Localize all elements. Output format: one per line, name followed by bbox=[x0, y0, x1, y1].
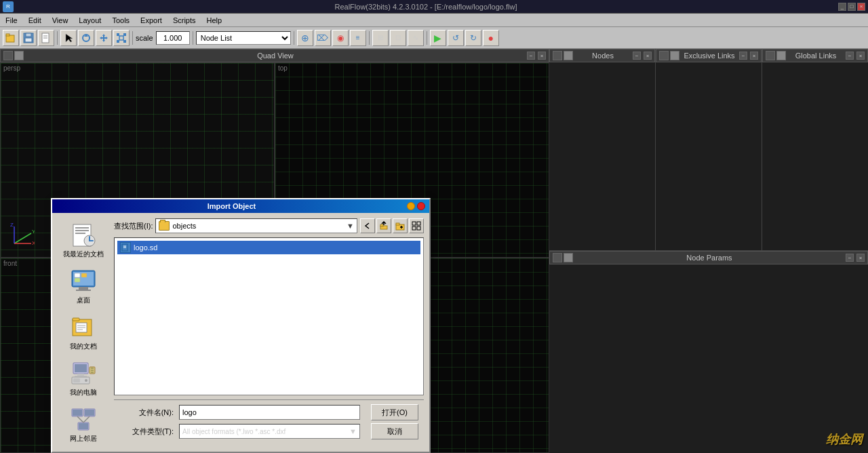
minimize-btn[interactable]: _ bbox=[838, 3, 846, 11]
nodes-minimize[interactable]: − bbox=[633, 52, 641, 60]
menu-file[interactable]: File bbox=[0, 15, 23, 26]
params-close[interactable]: × bbox=[856, 254, 865, 262]
params-icon2[interactable] bbox=[564, 253, 573, 262]
global-links-title: Global Links bbox=[786, 52, 846, 60]
svg-rect-66 bbox=[417, 226, 420, 230]
svg-rect-9 bbox=[119, 36, 123, 40]
sidebar-mydocs[interactable]: 我的文档 bbox=[58, 311, 108, 354]
filetype-row: 文件类型(T): All object formats (*.lwo *.asc… bbox=[119, 423, 418, 439]
toolbar-btn-rewind[interactable]: ↺ bbox=[448, 30, 464, 46]
svg-line-55 bbox=[77, 416, 83, 422]
cancel-btn[interactable]: 取消 bbox=[371, 423, 418, 439]
svg-rect-33 bbox=[73, 318, 79, 321]
excl-minimize[interactable]: − bbox=[739, 52, 747, 60]
dialog-titlebar: Import Object bbox=[52, 199, 429, 213]
global-icon1[interactable] bbox=[766, 51, 775, 60]
svg-rect-21 bbox=[75, 227, 89, 229]
close-btn[interactable]: × bbox=[857, 3, 865, 11]
toolbar-btn-record[interactable]: ● bbox=[483, 30, 499, 46]
menu-scripts[interactable]: Scripts bbox=[167, 15, 201, 26]
nav-up-btn[interactable] bbox=[376, 218, 391, 233]
quad-view-close[interactable]: × bbox=[538, 52, 546, 60]
filetype-dropdown[interactable]: All object formats (*.lwo *.asc *.dxf ▼ bbox=[179, 424, 360, 439]
global-links-header: Global Links − × bbox=[762, 49, 868, 62]
toolbar-btn-scale[interactable] bbox=[113, 30, 130, 46]
nodes-icon2[interactable] bbox=[564, 51, 573, 60]
nodes-close[interactable]: × bbox=[644, 52, 652, 60]
menu-help[interactable]: Help bbox=[201, 15, 228, 26]
toolbar-sep-2 bbox=[132, 31, 133, 45]
scale-input[interactable] bbox=[156, 31, 190, 45]
menu-layout[interactable]: Layout bbox=[73, 15, 106, 26]
toolbar-btn-play[interactable]: ▶ bbox=[430, 30, 446, 46]
excl-icon2[interactable] bbox=[670, 51, 679, 60]
global-close[interactable]: × bbox=[856, 52, 865, 60]
params-minimize[interactable]: − bbox=[846, 254, 854, 262]
toolbar-btn-move[interactable] bbox=[96, 30, 112, 46]
toolbar-btn-sim2[interactable]: ⌦ bbox=[315, 30, 331, 46]
maximize-btn[interactable]: □ bbox=[848, 3, 856, 11]
excl-icon1[interactable] bbox=[659, 51, 669, 60]
quad-view-icons bbox=[3, 51, 24, 60]
sidebar-mycomputer[interactable]: 我的电脑 bbox=[58, 357, 108, 400]
toolbar-btn-select[interactable] bbox=[60, 30, 77, 46]
toolbar-btn-rotate[interactable] bbox=[78, 30, 94, 46]
quad-view-icon1[interactable] bbox=[3, 51, 13, 60]
excl-close[interactable]: × bbox=[750, 52, 758, 60]
file-list[interactable]: logo.sd bbox=[114, 237, 424, 395]
dialog-minimize-btn[interactable] bbox=[407, 202, 415, 210]
nodes-header: Nodes − × bbox=[549, 49, 655, 62]
menu-tools[interactable]: Tools bbox=[106, 15, 135, 26]
toolbar-btn-disp1[interactable]: ⊞ bbox=[372, 30, 389, 46]
nav-newdir-btn[interactable] bbox=[393, 218, 408, 233]
dialog-close-btn[interactable] bbox=[417, 202, 425, 210]
toolbar-btn-new[interactable] bbox=[38, 30, 54, 46]
toolbar-btn-sim1[interactable]: ⊕ bbox=[297, 30, 313, 46]
nav-back-btn[interactable] bbox=[360, 218, 375, 233]
svg-rect-58 bbox=[380, 224, 383, 226]
nav-view-btn[interactable] bbox=[409, 218, 424, 233]
open-btn[interactable]: 打开(O) bbox=[371, 404, 418, 420]
global-controls: − × bbox=[846, 52, 865, 60]
filename-input[interactable] bbox=[179, 405, 360, 420]
svg-rect-40 bbox=[77, 374, 84, 376]
node-list-dropdown[interactable]: Node List bbox=[196, 31, 291, 45]
svg-line-14 bbox=[14, 233, 31, 243]
toolbar-btn-sim3[interactable]: ◉ bbox=[332, 30, 349, 46]
my-docs-icon bbox=[70, 313, 97, 340]
sidebar-desktop[interactable]: 桌面 bbox=[58, 264, 108, 308]
quad-view-icon2[interactable] bbox=[14, 51, 24, 60]
path-dropdown[interactable]: objects ▼ bbox=[155, 218, 357, 233]
svg-rect-39 bbox=[75, 364, 87, 372]
dialog-body: 我最近的文档 bbox=[52, 213, 429, 452]
dialog-sidebar: 我最近的文档 bbox=[58, 218, 108, 446]
params-icon1[interactable] bbox=[553, 253, 562, 262]
global-minimize[interactable]: − bbox=[846, 52, 854, 60]
global-icon2[interactable] bbox=[776, 51, 786, 60]
toolbar-btn-disp2[interactable]: ⊡ bbox=[390, 30, 406, 46]
dialog-bottom: 文件名(N): 打开(O) 文件类型(T): All object format… bbox=[114, 399, 424, 446]
file-icon bbox=[120, 242, 131, 253]
sidebar-recent[interactable]: 我最近的文档 bbox=[58, 218, 108, 262]
toolbar-sep-3 bbox=[193, 31, 193, 45]
toolbar-btn-forward[interactable]: ↻ bbox=[465, 30, 481, 46]
nodes-icon1[interactable] bbox=[553, 51, 562, 60]
menu-view[interactable]: View bbox=[47, 15, 74, 26]
svg-rect-3 bbox=[26, 33, 31, 37]
sidebar-desktop-label: 桌面 bbox=[77, 296, 90, 305]
path-value: objects bbox=[172, 222, 196, 230]
toolbar-btn-disp3[interactable]: ∿ bbox=[408, 30, 424, 46]
menu-export[interactable]: Export bbox=[135, 15, 167, 26]
toolbar-btn-open[interactable] bbox=[3, 30, 19, 46]
toolbar-btn-sim4[interactable]: ≡ bbox=[350, 30, 366, 46]
menu-edit[interactable]: Edit bbox=[23, 15, 47, 26]
file-item-logo[interactable]: logo.sd bbox=[117, 241, 420, 254]
dialog-main: 查找范围(I): objects ▼ bbox=[114, 218, 424, 446]
global-links-panel: Global Links − × bbox=[762, 49, 868, 250]
svg-rect-1 bbox=[6, 34, 9, 36]
my-computer-icon bbox=[70, 359, 97, 387]
toolbar-btn-save[interactable] bbox=[20, 30, 37, 46]
path-dropdown-arrow: ▼ bbox=[347, 222, 354, 230]
sidebar-network[interactable]: 网上邻居 bbox=[58, 403, 108, 446]
quad-view-minimize[interactable]: − bbox=[527, 52, 535, 60]
